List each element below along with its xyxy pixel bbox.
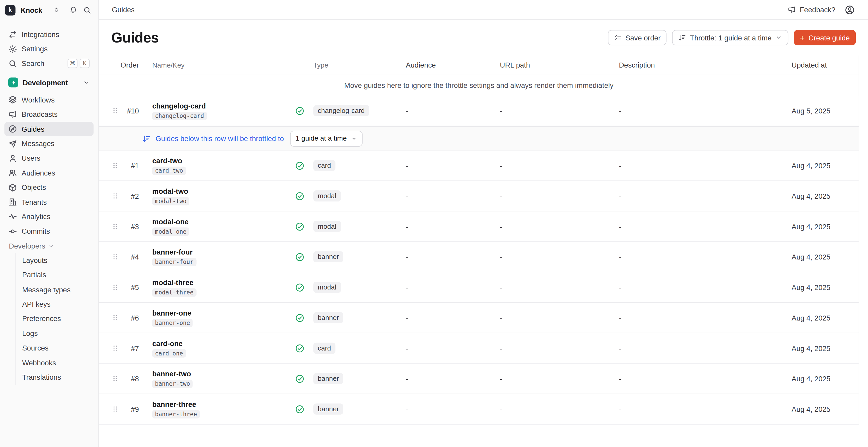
guide-order: #8 xyxy=(119,375,139,383)
search-icon xyxy=(83,6,91,14)
drag-handle[interactable] xyxy=(112,284,119,291)
check-circle-icon xyxy=(295,222,304,231)
guide-description: - xyxy=(619,344,792,352)
drag-handle[interactable] xyxy=(112,162,119,169)
throttle-dropdown-button[interactable]: Throttle: 1 guide at a time xyxy=(672,30,788,45)
sidebar-item[interactable]: Preferences xyxy=(16,311,98,326)
sidebar-item-workflows[interactable]: Workflows xyxy=(4,93,94,107)
guide-order: #10 xyxy=(119,107,139,115)
drag-handle[interactable] xyxy=(112,222,119,230)
sidebar-item-tenants[interactable]: Tenants xyxy=(4,195,94,210)
guide-description: - xyxy=(619,375,792,383)
sidebar-item-guides[interactable]: Guides xyxy=(4,122,94,136)
drag-handle[interactable] xyxy=(112,253,119,261)
guide-type-badge: modal xyxy=(313,190,341,201)
sidebar-item-commits[interactable]: Commits xyxy=(4,224,94,238)
notifications-button[interactable] xyxy=(69,6,78,14)
unthrottled-drop-hint: Move guides here to ignore the throttle … xyxy=(99,75,859,96)
guide-updated-at: Aug 4, 2025 xyxy=(792,283,859,292)
drag-handle[interactable] xyxy=(112,405,119,413)
guide-order: #9 xyxy=(119,405,139,413)
sidebar-item[interactable]: Logs xyxy=(16,326,98,341)
breadcrumb[interactable]: Guides xyxy=(112,5,134,14)
environment-switcher[interactable]: Development xyxy=(4,75,94,90)
guide-active-status-icon xyxy=(290,161,308,170)
unthrottled-rows: #10 changelog-card changelog-card change… xyxy=(99,96,859,126)
guide-type-badge: modal xyxy=(313,282,341,293)
sidebar-item-label: Integrations xyxy=(22,30,59,39)
grip-dots-icon xyxy=(112,192,119,200)
sidebar-item[interactable]: Translations xyxy=(16,370,98,384)
table-row[interactable]: #8 banner-two banner-two banner - - - Au… xyxy=(99,363,859,394)
drag-handle[interactable] xyxy=(112,375,119,383)
guide-audience: - xyxy=(406,161,500,170)
sidebar-item[interactable]: Message types xyxy=(16,282,98,297)
save-order-label: Save order xyxy=(625,33,661,42)
guide-audience: - xyxy=(406,192,500,200)
guide-name: banner-four xyxy=(152,248,193,256)
throttle-divider: Guides below this row will be throttled … xyxy=(99,126,859,151)
create-guide-button[interactable]: + Create guide xyxy=(794,30,856,45)
sidebar-item-integrations[interactable]: Integrations xyxy=(4,27,94,42)
guide-key: card-two xyxy=(152,166,186,175)
guide-type-badge: banner xyxy=(313,312,343,323)
feedback-button[interactable]: Feedback? xyxy=(788,5,835,14)
guide-url-path: - xyxy=(500,405,619,413)
guide-active-status-icon xyxy=(290,106,308,115)
drag-handle[interactable] xyxy=(112,192,119,200)
sidebar-item-objects[interactable]: Objects xyxy=(4,180,94,195)
user-avatar[interactable] xyxy=(845,5,855,14)
drag-handle[interactable] xyxy=(112,107,119,115)
table-row[interactable]: #2 modal-two modal-two modal - - - Aug 4… xyxy=(99,181,859,212)
sidebar-item-messages[interactable]: Messages xyxy=(4,136,94,151)
sidebar-item[interactable]: API keys xyxy=(16,297,98,311)
table-row[interactable]: #7 card-one card-one card - - - Aug 4, 2… xyxy=(99,333,859,364)
table-row[interactable]: #1 card-two card-two card - - - Aug 4, 2… xyxy=(99,151,859,181)
sidebar-item-analytics[interactable]: Analytics xyxy=(4,210,94,224)
check-circle-icon xyxy=(295,191,304,200)
guide-audience: - xyxy=(406,405,500,413)
throttle-divider-link[interactable]: Guides below this row will be throttled … xyxy=(155,134,284,142)
guide-updated-at: Aug 4, 2025 xyxy=(792,253,859,261)
guide-active-status-icon xyxy=(290,344,308,353)
sidebar-item[interactable]: Sources xyxy=(16,341,98,355)
sidebar-item-label: Search xyxy=(22,60,44,68)
sidebar-item[interactable]: Webhooks xyxy=(16,355,98,370)
guide-order: #2 xyxy=(119,192,139,200)
table-row[interactable]: #10 changelog-card changelog-card change… xyxy=(99,96,859,126)
guides-icon xyxy=(8,125,17,133)
guide-key: banner-two xyxy=(152,379,193,388)
sidebar-item-settings[interactable]: Settings xyxy=(4,42,94,56)
guide-active-status-icon xyxy=(290,374,308,383)
guide-active-status-icon xyxy=(290,191,308,200)
sidebar-item[interactable]: Partials xyxy=(16,267,98,282)
sidebar-item-users[interactable]: Users xyxy=(4,151,94,166)
sidebar-item-broadcasts[interactable]: Broadcasts xyxy=(4,107,94,122)
check-circle-icon xyxy=(295,106,304,115)
integrations-icon xyxy=(8,30,17,39)
sidebar-item-label: Commits xyxy=(22,227,50,235)
guide-audience: - xyxy=(406,375,500,383)
chevron-down-icon xyxy=(48,243,54,249)
table-row[interactable]: #6 banner-one banner-one banner - - - Au… xyxy=(99,303,859,333)
sidebar-group-developers[interactable]: Developers xyxy=(0,238,98,253)
sidebar-item-label: Analytics xyxy=(22,213,50,221)
user-circle-icon xyxy=(845,5,855,14)
table-row[interactable]: #4 banner-four banner-four banner - - - … xyxy=(99,242,859,273)
search-button[interactable] xyxy=(83,6,91,14)
sidebar-item-search[interactable]: Search ⌘ K xyxy=(4,56,94,71)
users-icon xyxy=(8,154,17,163)
workspace-switcher-button[interactable] xyxy=(53,6,60,13)
sidebar-item[interactable]: Layouts xyxy=(16,253,98,267)
table-row[interactable]: #9 banner-three banner-three banner - - … xyxy=(99,394,859,424)
throttle-amount-select[interactable]: 1 guide at a time xyxy=(290,130,363,147)
table-row[interactable]: #5 modal-three modal-three modal - - - A… xyxy=(99,272,859,303)
drag-handle[interactable] xyxy=(112,344,119,352)
drag-handle[interactable] xyxy=(112,314,119,322)
sidebar-item-audiences[interactable]: Audiences xyxy=(4,166,94,180)
guide-audience: - xyxy=(406,222,500,230)
table-row[interactable]: #3 modal-one modal-one modal - - - Aug 4… xyxy=(99,212,859,242)
check-circle-icon xyxy=(295,283,304,292)
save-order-button[interactable]: Save order xyxy=(608,30,666,45)
guide-url-path: - xyxy=(500,222,619,230)
